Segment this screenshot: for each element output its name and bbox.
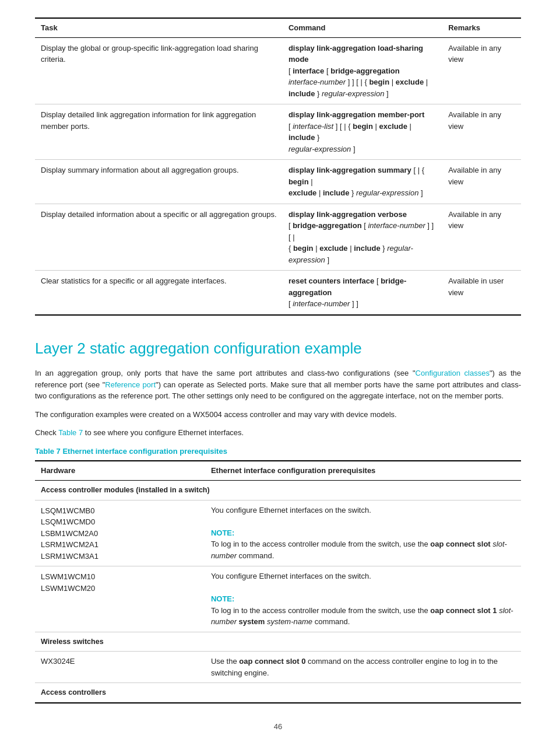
table-caption: Table 7 Ethernet interface configuration…: [35, 446, 521, 457]
hardware-cell: LSWM1WCM10 LSWM1WCM20: [35, 566, 205, 632]
hardware-cell: LSQM1WCMB0 LSQM1WCMD0 LSBM1WCM2A0 LSRM1W…: [35, 500, 205, 566]
remarks-cell: Available in any view: [442, 204, 521, 271]
command-cell: reset counters interface [ bridge-aggreg…: [283, 271, 442, 315]
table-section-row: Wireless switches: [35, 632, 521, 652]
table-row: Display detailed link aggregation inform…: [35, 104, 521, 160]
command-cell: display link-aggregation member-port [ i…: [283, 104, 442, 160]
prereq-cell: Use the oap connect slot 0 command on th…: [205, 652, 521, 683]
table-row: Display summary information about all ag…: [35, 160, 521, 204]
page-number: 46: [35, 721, 521, 733]
table-row: WX3024E Use the oap connect slot 0 comma…: [35, 652, 521, 683]
body-paragraph-2: The configuration examples were created …: [35, 409, 521, 421]
hardware-header: Hardware: [35, 461, 205, 480]
table-row: Display detailed information about a spe…: [35, 204, 521, 271]
task-cell: Clear statistics for a specific or all a…: [35, 271, 283, 315]
table-section-row: Access controllers: [35, 683, 521, 703]
remarks-header: Remarks: [442, 18, 521, 37]
table7-link[interactable]: Table 7: [58, 428, 83, 437]
remarks-cell: Available in any view: [442, 160, 521, 204]
table-row: Display the global or group‑specific lin…: [35, 37, 521, 104]
ethernet-prereq-table: Hardware Ethernet interface configuratio…: [35, 460, 521, 704]
task-header: Task: [35, 18, 283, 37]
section-label: Access controller modules (installed in …: [35, 480, 521, 500]
prereq-header: Ethernet interface configuration prerequ…: [205, 461, 521, 480]
table-row: Clear statistics for a specific or all a…: [35, 271, 521, 315]
task-cell: Display detailed link aggregation inform…: [35, 104, 283, 160]
section-heading: Layer 2 static aggregation configuration…: [35, 339, 521, 359]
section-label: Access controllers: [35, 683, 521, 703]
section-label: Wireless switches: [35, 632, 521, 652]
command-cell: display link-aggregation verbose [ bridg…: [283, 204, 442, 271]
remarks-cell: Available in any view: [442, 37, 521, 104]
task-cell: Display summary information about all ag…: [35, 160, 283, 204]
table-row: LSWM1WCM10 LSWM1WCM20 You configure Ethe…: [35, 566, 521, 632]
remarks-cell: Available in any view: [442, 104, 521, 160]
command-cell: display link-aggregation load-sharing mo…: [283, 37, 442, 104]
task-cell: Display the global or group‑specific lin…: [35, 37, 283, 104]
remarks-cell: Available in user view: [442, 271, 521, 315]
prereq-cell: You configure Ethernet interfaces on the…: [205, 566, 521, 632]
command-cell: display link-aggregation summary [ | { b…: [283, 160, 442, 204]
command-header: Command: [283, 18, 442, 37]
task-cell: Display detailed information about a spe…: [35, 204, 283, 271]
body-paragraph-3: Check Table 7 to see where you configure…: [35, 427, 521, 439]
hardware-cell: WX3024E: [35, 652, 205, 683]
reference-port-link[interactable]: Reference port: [105, 380, 156, 389]
table-section-row: Access controller modules (installed in …: [35, 480, 521, 500]
config-classes-link[interactable]: Configuration classes: [416, 369, 490, 377]
prereq-cell: You configure Ethernet interfaces on the…: [205, 500, 521, 566]
table-row: LSQM1WCMB0 LSQM1WCMD0 LSBM1WCM2A0 LSRM1W…: [35, 500, 521, 566]
body-paragraph-1: In an aggregation group, only ports that…: [35, 368, 521, 402]
top-commands-table: Task Command Remarks Display the global …: [35, 18, 521, 316]
